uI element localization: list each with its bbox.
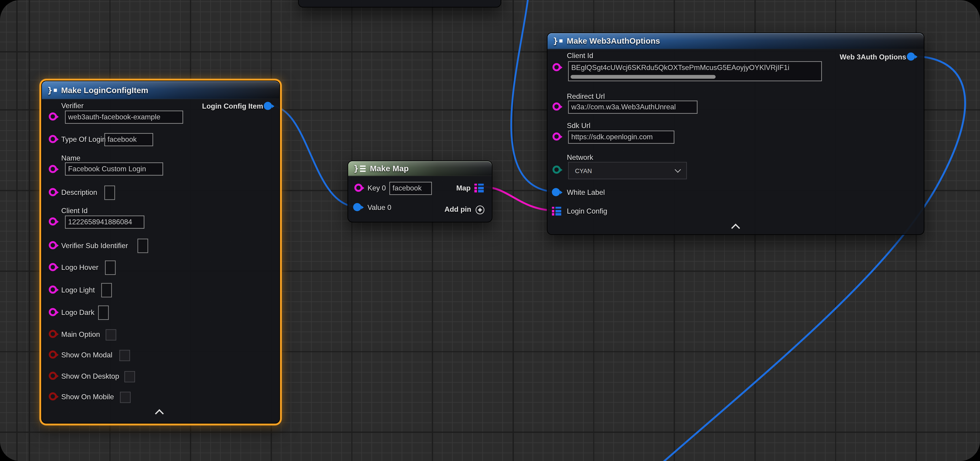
pin-show-on-mobile[interactable] xyxy=(49,393,57,401)
collapse-node-chevron-icon[interactable] xyxy=(155,409,164,418)
make-map-icon: } xyxy=(354,164,365,173)
node-header[interactable]: } Make Web3AuthOptions xyxy=(547,33,924,49)
network-selected-value: CYAN xyxy=(575,167,592,174)
name-input[interactable]: Facebook Custom Login xyxy=(65,162,163,175)
show-on-mobile-checkbox[interactable] xyxy=(120,392,130,403)
client-id-hscrollbar[interactable] xyxy=(571,75,716,79)
description-input[interactable] xyxy=(104,186,115,200)
wire-map-to-login-config[interactable] xyxy=(484,187,555,211)
node-make-login-config-item[interactable]: } Make LoginConfigItem Login Config Item… xyxy=(41,81,280,423)
pin-main-option[interactable] xyxy=(49,330,57,338)
sdk-url-input[interactable]: https://sdk.openlogin.com xyxy=(568,130,674,144)
pin-name[interactable] xyxy=(49,165,57,173)
client-id-input[interactable]: 1222658941886084 xyxy=(65,216,144,229)
pin-logo-hover[interactable] xyxy=(49,263,57,271)
network-dropdown[interactable]: CYAN xyxy=(568,162,687,179)
pin-client-id[interactable] xyxy=(49,218,57,226)
blueprint-graph-stage: } Make LoginConfigItem Login Config Item… xyxy=(0,0,980,461)
dropdown-chevron-icon xyxy=(675,167,681,173)
output-pin-label: Login Config Item xyxy=(202,102,263,110)
pin-label-type-of-login: Type Of Login xyxy=(61,136,106,143)
add-pin-label[interactable]: Add pin xyxy=(444,205,471,213)
pin-label-show-on-modal: Show On Modal xyxy=(61,351,113,359)
node-header[interactable]: } Make LoginConfigItem xyxy=(42,81,279,99)
pin-label-sdk-url: Sdk Url xyxy=(567,122,590,129)
add-pin-icon[interactable] xyxy=(476,205,484,214)
node-title: Make LoginConfigItem xyxy=(61,85,148,95)
pin-label-network: Network xyxy=(567,154,593,161)
pin-logo-dark[interactable] xyxy=(49,308,57,316)
pin-show-on-modal[interactable] xyxy=(49,351,57,359)
pin-label-redirect-url: Redirect Url xyxy=(567,92,605,100)
pin-label-logo-dark: Logo Dark xyxy=(61,309,94,316)
collapse-node-chevron-icon[interactable] xyxy=(731,224,740,232)
node-title: Make Map xyxy=(370,164,409,173)
pin-logo-light[interactable] xyxy=(49,286,57,294)
pin-verifier[interactable] xyxy=(49,113,57,121)
type-of-login-input[interactable]: facebook xyxy=(104,133,153,146)
pin-sdk-url[interactable] xyxy=(552,132,561,141)
node-make-map[interactable]: } Make Map Key 0 facebook Map Value 0 Ad… xyxy=(347,161,493,222)
pin-label-key-0: Key 0 xyxy=(368,184,386,192)
pin-label-client-id: Client Id xyxy=(567,52,593,59)
client-id-value: BEglQSgt4cUWcj6SKRdu5QkOXTsePmMcusG5EAoy… xyxy=(571,64,789,72)
pin-label-value-0: Value 0 xyxy=(368,204,391,211)
pin-show-on-desktop[interactable] xyxy=(49,372,57,380)
verifier-sub-identifier-input[interactable] xyxy=(137,239,148,253)
blueprint-graph-canvas[interactable]: } Make LoginConfigItem Login Config Item… xyxy=(0,0,980,461)
logo-light-input[interactable] xyxy=(101,283,112,297)
logo-hover-input[interactable] xyxy=(105,261,116,275)
pin-label-logo-hover: Logo Hover xyxy=(61,264,99,271)
show-on-modal-checkbox[interactable] xyxy=(119,350,130,361)
pin-label-verifier-sub-identifier: Verifier Sub Identifier xyxy=(61,242,128,249)
output-pin-web3auth-options[interactable] xyxy=(907,52,915,60)
pin-network[interactable] xyxy=(552,165,561,174)
show-on-desktop-checkbox[interactable] xyxy=(124,371,135,382)
logo-dark-input[interactable] xyxy=(98,305,109,320)
pin-description[interactable] xyxy=(49,188,57,196)
make-struct-icon: } xyxy=(553,36,563,46)
pin-value-0[interactable] xyxy=(353,203,361,211)
node-title: Make Web3AuthOptions xyxy=(567,36,660,46)
pin-login-config[interactable] xyxy=(552,207,561,216)
pin-type-of-login[interactable] xyxy=(49,135,57,143)
pin-client-id[interactable] xyxy=(552,63,561,72)
pin-label-logo-light: Logo Light xyxy=(61,286,95,294)
pin-white-label[interactable] xyxy=(552,188,560,196)
redirect-url-input[interactable]: w3a://com.w3a.Web3AuthUnreal xyxy=(568,101,697,114)
node-header[interactable]: } Make Map xyxy=(348,161,492,176)
verifier-input[interactable]: web3auth-facebook-example xyxy=(65,111,183,124)
pin-redirect-url[interactable] xyxy=(552,102,561,111)
main-option-checkbox[interactable] xyxy=(106,329,116,340)
client-id-input[interactable]: BEglQSgt4cUWcj6SKRdu5QkOXTsePmMcusG5EAoy… xyxy=(568,61,822,81)
pin-label-login-config: Login Config xyxy=(567,207,607,215)
key-0-input[interactable]: facebook xyxy=(389,182,432,195)
output-pin-label: Web 3Auth Options xyxy=(840,53,906,60)
pin-label-client-id: Client Id xyxy=(61,207,88,214)
output-pin-map[interactable] xyxy=(474,184,484,193)
node-make-web3auth-options[interactable]: } Make Web3AuthOptions Web 3Auth Options… xyxy=(547,32,924,235)
pin-label-main-option: Main Option xyxy=(61,331,100,338)
pin-verifier-sub-identifier[interactable] xyxy=(49,241,57,250)
pin-label-white-label: White Label xyxy=(567,189,605,196)
make-struct-icon: } xyxy=(48,85,57,95)
wire-login-config-item-to-value0[interactable] xyxy=(270,106,355,207)
output-pin-login-config-item[interactable] xyxy=(264,102,272,110)
offscreen-node-top[interactable] xyxy=(298,0,501,8)
pin-label-show-on-mobile: Show On Mobile xyxy=(61,393,114,401)
pin-label-name: Name xyxy=(61,154,81,162)
output-pin-label-map: Map xyxy=(456,184,471,192)
pin-key-0[interactable] xyxy=(354,184,363,192)
pin-label-verifier: Verifier xyxy=(61,102,84,109)
pin-label-description: Description xyxy=(61,189,97,196)
pin-label-show-on-desktop: Show On Desktop xyxy=(61,372,119,380)
